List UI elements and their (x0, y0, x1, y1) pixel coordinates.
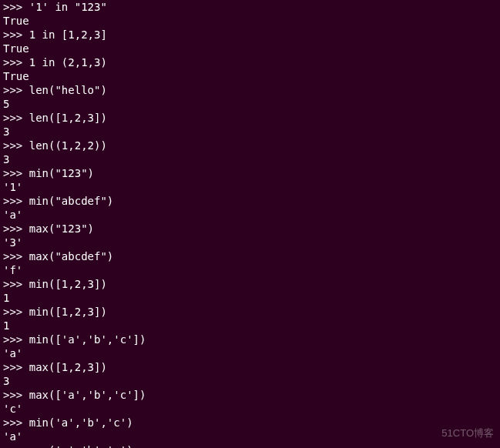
repl-input-line: >>> 1 in (2,1,3) (3, 55, 497, 69)
repl-output-line: 3 (3, 374, 497, 388)
repl-input-line: >>> max("abcdef") (3, 249, 497, 263)
repl-output-line: 3 (3, 152, 497, 166)
repl-input-line: >>> min([1,2,3]) (3, 305, 497, 319)
repl-input-line: >>> min("abcdef") (3, 194, 497, 208)
terminal-output[interactable]: >>> '1' in "123"True>>> 1 in [1,2,3]True… (3, 0, 497, 448)
repl-output-line: 1 (3, 319, 497, 333)
repl-input-line: >>> max('a','b','c') (3, 443, 497, 448)
repl-input-line: >>> len([1,2,3]) (3, 111, 497, 125)
repl-input-line: >>> max("123") (3, 222, 497, 236)
repl-output-line: 3 (3, 125, 497, 139)
repl-input-line: >>> '1' in "123" (3, 0, 497, 14)
repl-output-line: 'a' (3, 430, 497, 443)
repl-input-line: >>> min([1,2,3]) (3, 277, 497, 291)
repl-output-line: True (3, 14, 497, 28)
repl-output-line: 1 (3, 291, 497, 305)
repl-input-line: >>> min(['a','b','c']) (3, 333, 497, 346)
repl-output-line: 'c' (3, 402, 497, 416)
repl-output-line: 5 (3, 97, 497, 111)
repl-output-line: 'a' (3, 346, 497, 360)
repl-input-line: >>> max([1,2,3]) (3, 360, 497, 374)
repl-input-line: >>> min("123") (3, 166, 497, 180)
repl-input-line: >>> max(['a','b','c']) (3, 388, 497, 402)
repl-input-line: >>> len((1,2,2)) (3, 139, 497, 152)
repl-output-line: True (3, 69, 497, 83)
repl-output-line: True (3, 42, 497, 55)
repl-output-line: 'f' (3, 263, 497, 277)
repl-output-line: '1' (3, 180, 497, 194)
repl-output-line: '3' (3, 236, 497, 249)
repl-input-line: >>> len("hello") (3, 83, 497, 97)
repl-output-line: 'a' (3, 208, 497, 222)
repl-input-line: >>> min('a','b','c') (3, 416, 497, 430)
repl-input-line: >>> 1 in [1,2,3] (3, 28, 497, 42)
